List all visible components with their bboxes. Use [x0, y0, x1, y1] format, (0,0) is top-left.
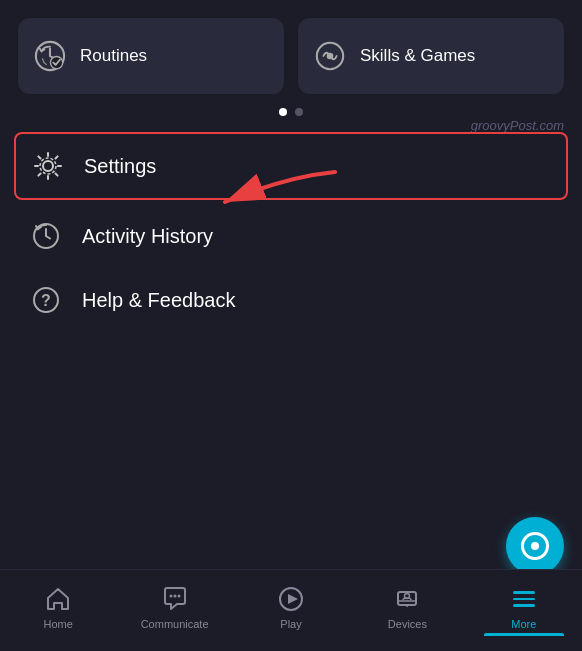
more-line-3 — [513, 604, 535, 607]
more-line-1 — [513, 591, 535, 594]
help-feedback-menu-item[interactable]: ? Help & Feedback — [14, 268, 568, 332]
cards-section: Routines Skills & Games — [0, 0, 582, 94]
devices-icon — [393, 585, 421, 613]
main-content: Routines Skills & Games groovyPost.com — [0, 0, 582, 651]
routines-label: Routines — [80, 46, 147, 66]
nav-devices-label: Devices — [388, 618, 427, 630]
settings-menu-item[interactable]: Settings — [14, 132, 568, 200]
svg-marker-15 — [288, 594, 298, 604]
routines-icon — [34, 40, 66, 72]
nav-home-label: Home — [44, 618, 73, 630]
bottom-nav: Home Communicate Play — [0, 569, 582, 651]
svg-point-4 — [327, 53, 334, 60]
nav-home[interactable]: Home — [0, 585, 116, 636]
nav-more-label: More — [511, 618, 536, 630]
dot-1 — [279, 108, 287, 116]
nav-communicate-label: Communicate — [141, 618, 209, 630]
skills-games-card[interactable]: Skills & Games — [298, 18, 564, 94]
alexa-fab-button[interactable] — [506, 517, 564, 575]
routines-card[interactable]: Routines — [18, 18, 284, 94]
nav-communicate[interactable]: Communicate — [116, 585, 232, 636]
dot-2 — [295, 108, 303, 116]
svg-text:?: ? — [41, 292, 51, 309]
communicate-icon — [161, 585, 189, 613]
svg-point-5 — [43, 161, 53, 171]
nav-devices[interactable]: Devices — [349, 585, 465, 636]
home-icon — [44, 585, 72, 613]
help-feedback-icon: ? — [30, 284, 62, 316]
svg-point-12 — [173, 595, 176, 598]
settings-icon — [32, 150, 64, 182]
more-icon — [510, 585, 538, 613]
alexa-fab-inner — [521, 532, 549, 560]
activity-history-menu-item[interactable]: Activity History — [14, 204, 568, 268]
svg-point-11 — [169, 595, 172, 598]
skills-games-icon — [314, 40, 346, 72]
skills-games-label: Skills & Games — [360, 46, 475, 66]
nav-play[interactable]: Play — [233, 585, 349, 636]
activity-history-label: Activity History — [82, 225, 213, 248]
activity-history-icon — [30, 220, 62, 252]
play-icon — [277, 585, 305, 613]
more-lines — [513, 591, 535, 607]
more-line-2 — [513, 598, 535, 601]
nav-more[interactable]: More — [466, 585, 582, 636]
settings-label: Settings — [84, 155, 156, 178]
watermark: groovyPost.com — [471, 118, 564, 133]
help-feedback-label: Help & Feedback — [82, 289, 235, 312]
svg-point-13 — [177, 595, 180, 598]
nav-play-label: Play — [280, 618, 301, 630]
alexa-fab-dot — [531, 542, 539, 550]
